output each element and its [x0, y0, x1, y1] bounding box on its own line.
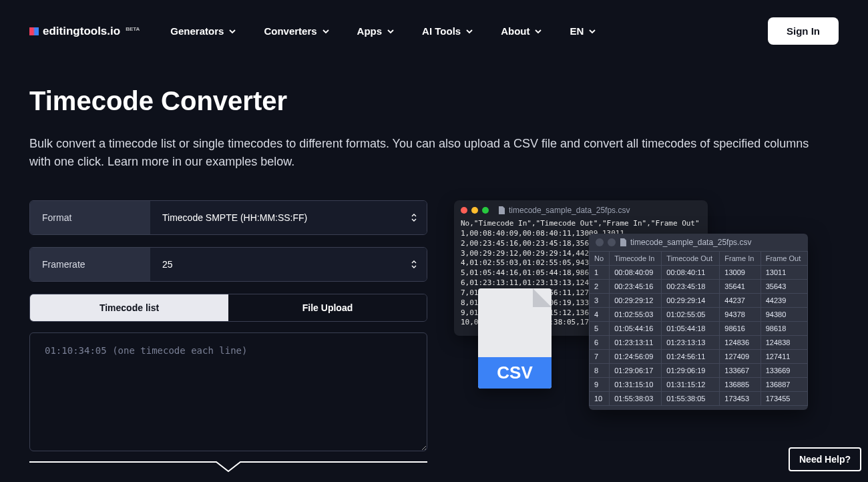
framerate-select[interactable]: 25 — [150, 248, 427, 281]
window-zoom-icon — [482, 207, 489, 214]
table-cell: 13011 — [761, 266, 807, 280]
nav-label: About — [501, 25, 529, 37]
table-cell: 127411 — [761, 350, 807, 364]
terminal-title: timecode_sample_data_25fps.csv — [498, 206, 630, 215]
table-row: 1001:55:38:0301:55:38:05173453173455 — [590, 392, 808, 406]
table-cell: 173455 — [761, 392, 807, 406]
form-panel: Format Timecode SMPTE (HH:MM:SS:FF) Fram… — [29, 200, 427, 477]
table-cell: 01:24:56:11 — [662, 350, 720, 364]
table-cell: 4 — [590, 308, 610, 322]
table-cell: 133669 — [761, 364, 807, 378]
table-cell: 124836 — [720, 336, 761, 350]
table-cell: 44237 — [720, 294, 761, 308]
chevron-down-icon — [466, 28, 473, 35]
table-cell: 173453 — [720, 392, 761, 406]
window-close-icon — [461, 207, 467, 214]
table-header: Frame Out — [761, 252, 807, 266]
table-cell: 00:23:45:16 — [610, 280, 662, 294]
table-cell: 01:31:15:12 — [662, 378, 720, 392]
file-fold-icon — [533, 288, 552, 307]
header: editingtools.io BETA Generators Converte… — [0, 0, 868, 62]
table-cell: 01:23:13:13 — [662, 336, 720, 350]
main-nav: Generators Converters Apps AI Tools Abou… — [170, 25, 596, 37]
window-btn-icon — [608, 238, 616, 246]
table-cell: 01:02:55:05 — [662, 308, 720, 322]
table-cell: 2 — [590, 280, 610, 294]
window-minimize-icon — [471, 207, 478, 214]
timecode-textarea[interactable] — [29, 332, 427, 451]
table-cell: 00:08:40:11 — [662, 266, 720, 280]
table-cell: 01:29:06:17 — [610, 364, 662, 378]
divider-wave-icon — [29, 459, 427, 474]
chevron-down-icon — [535, 28, 541, 35]
table-cell: 00:29:29:12 — [610, 294, 662, 308]
table-cell: 3 — [590, 294, 610, 308]
file-icon — [498, 206, 505, 214]
table-window: timecode_sample_data_25fps.csv NoTimecod… — [589, 234, 808, 410]
table-cell: 01:55:38:05 — [662, 392, 720, 406]
preview-panel: timecode_sample_data_25fps.csv No,"Timec… — [454, 200, 839, 477]
nav-language[interactable]: EN — [570, 25, 596, 37]
framerate-label: Framerate — [30, 248, 150, 281]
table-header: No — [590, 252, 610, 266]
nav-label: Apps — [357, 25, 383, 37]
table-row: 901:31:15:1001:31:15:12136885136887 — [590, 378, 808, 392]
format-select[interactable]: Timecode SMPTE (HH:MM:SS:FF) — [150, 201, 427, 234]
table-cell: 00:08:40:09 — [610, 266, 662, 280]
data-table: NoTimecode InTimecode OutFrame InFrame O… — [589, 251, 808, 406]
file-icon — [620, 238, 626, 246]
table-cell: 136885 — [720, 378, 761, 392]
chevron-down-icon — [322, 28, 329, 35]
nav-label: Converters — [264, 25, 316, 37]
table-cell: 01:31:15:10 — [610, 378, 662, 392]
table-cell: 01:05:44:18 — [662, 322, 720, 336]
brand-name: editingtools.io — [43, 25, 120, 38]
table-cell: 01:05:44:16 — [610, 322, 662, 336]
table-cell: 133667 — [720, 364, 761, 378]
help-button[interactable]: Need Help? — [789, 447, 861, 471]
table-header: Timecode In — [610, 252, 662, 266]
chevron-down-icon — [387, 28, 394, 35]
table-cell: 01:55:38:03 — [610, 392, 662, 406]
table-cell: 00:23:45:18 — [662, 280, 720, 294]
tab-timecode-list[interactable]: Timecode list — [30, 294, 228, 321]
table-header: Frame In — [720, 252, 761, 266]
main-content: Timecode Converter Bulk convert a timeco… — [0, 86, 868, 477]
table-cell: 5 — [590, 322, 610, 336]
signin-button[interactable]: Sign In — [768, 17, 839, 45]
table-cell: 98616 — [720, 322, 761, 336]
table-cell: 127409 — [720, 350, 761, 364]
page-title: Timecode Converter — [29, 86, 839, 116]
table-cell: 94378 — [720, 308, 761, 322]
table-cell: 01:23:13:11 — [610, 336, 662, 350]
logo[interactable]: editingtools.io BETA — [29, 25, 140, 38]
table-row: 601:23:13:1101:23:13:13124836124838 — [590, 336, 808, 350]
table-cell: 1 — [590, 266, 610, 280]
table-cell: 7 — [590, 350, 610, 364]
nav-generators[interactable]: Generators — [170, 25, 236, 37]
table-row: 300:29:29:1200:29:29:144423744239 — [590, 294, 808, 308]
nav-label: AI Tools — [422, 25, 461, 37]
nav-about[interactable]: About — [501, 25, 541, 37]
nav-converters[interactable]: Converters — [264, 25, 329, 37]
table-cell: 136887 — [761, 378, 807, 392]
table-filename: timecode_sample_data_25fps.csv — [630, 238, 751, 247]
table-row: 100:08:40:0900:08:40:111300913011 — [590, 266, 808, 280]
table-row: 401:02:55:0301:02:55:059437894380 — [590, 308, 808, 322]
table-cell: 13009 — [720, 266, 761, 280]
nav-ai-tools[interactable]: AI Tools — [422, 25, 473, 37]
csv-file-icon: CSV — [478, 288, 552, 389]
logo-mark-icon — [29, 27, 39, 35]
table-row: 801:29:06:1701:29:06:19133667133669 — [590, 364, 808, 378]
chevron-down-icon — [229, 28, 236, 35]
nav-label: EN — [570, 25, 584, 37]
table-cell: 01:02:55:03 — [610, 308, 662, 322]
table-cell: 94380 — [761, 308, 807, 322]
table-cell: 98618 — [761, 322, 807, 336]
table-row: 501:05:44:1601:05:44:189861698618 — [590, 322, 808, 336]
nav-apps[interactable]: Apps — [357, 25, 395, 37]
chevron-down-icon — [589, 28, 596, 35]
tab-file-upload[interactable]: File Upload — [228, 294, 427, 321]
window-btn-icon — [596, 238, 604, 246]
csv-label: CSV — [478, 357, 552, 389]
